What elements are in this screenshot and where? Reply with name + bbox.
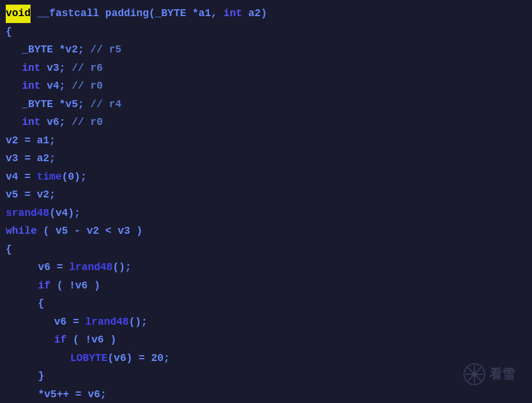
token: v5 = v2;: [6, 186, 55, 204]
code-view: void __fastcall padding(_BYTE *a1, int a…: [0, 0, 532, 403]
token: v4;: [40, 77, 71, 96]
token: {: [6, 241, 12, 259]
code-line: _BYTE *v5; // r4: [0, 96, 532, 114]
token: (v6) = 20;: [108, 349, 170, 368]
code-line: if ( !v6 ): [0, 331, 532, 349]
svg-point-5: [472, 372, 477, 377]
token: ( !v6 ): [51, 277, 100, 295]
code-line: int v4; // r0: [0, 77, 532, 96]
token: (0);: [62, 168, 86, 187]
token: // r5: [90, 41, 121, 59]
token: int: [223, 5, 242, 23]
code-line: v3 = a2;: [0, 150, 532, 168]
token: srand48: [6, 204, 50, 223]
token: ();: [113, 258, 131, 277]
code-line: }: [0, 367, 532, 386]
token: _BYTE *v5;: [22, 96, 90, 114]
token: v3 = a2;: [6, 150, 55, 168]
token: if: [54, 331, 67, 349]
token: v6;: [40, 113, 71, 132]
token: LOBYTE: [70, 349, 108, 368]
code-line: v6 = lrand48();: [0, 258, 532, 277]
code-line: v6 = lrand48();: [0, 313, 532, 332]
token: __fastcall padding(_BYTE *a1,: [31, 5, 223, 23]
code-line: v4 = time(0);: [0, 168, 532, 187]
token: time: [37, 168, 62, 187]
watermark-label: 看雪: [489, 366, 515, 383]
token: void: [6, 5, 31, 23]
code-line: *v5++ = v6;: [0, 386, 532, 404]
token: v4 =: [6, 168, 37, 187]
watermark: 看雪: [463, 363, 515, 386]
code-line: v2 = a1;: [0, 132, 532, 150]
code-line: void __fastcall padding(_BYTE *a1, int a…: [0, 5, 532, 23]
token: ();: [129, 313, 147, 332]
token: int: [22, 59, 40, 78]
token: v6 =: [54, 313, 85, 332]
token: // r4: [90, 96, 121, 114]
token: int: [22, 113, 40, 132]
token: ( v5 - v2 < v3 ): [37, 222, 143, 241]
token: a2): [242, 5, 267, 23]
code-line: {: [0, 295, 532, 313]
code-line: LOBYTE(v6) = 20;: [0, 349, 532, 368]
code-line: _BYTE *v2; // r5: [0, 41, 532, 59]
code-line: while ( v5 - v2 < v3 ): [0, 222, 532, 241]
token: // r0: [71, 113, 102, 132]
token: (v4);: [50, 204, 81, 223]
token: {: [38, 295, 44, 313]
watermark-icon: [463, 363, 486, 386]
code-line: int v3; // r6: [0, 59, 532, 78]
token: *v5++ = v6;: [38, 386, 107, 404]
token: // r6: [71, 59, 102, 78]
code-line: {: [0, 23, 532, 41]
token: _BYTE *v2;: [22, 41, 90, 59]
token: lrand48: [85, 313, 129, 332]
token: int: [22, 77, 40, 96]
code-line: if ( !v6 ): [0, 277, 532, 295]
token: lrand48: [69, 258, 113, 277]
token: {: [6, 23, 12, 41]
token: ( !v6 ): [67, 331, 116, 349]
code-content: void __fastcall padding(_BYTE *a1, int a…: [0, 5, 532, 403]
code-line: int v6; // r0: [0, 113, 532, 132]
token: v3;: [40, 59, 71, 78]
token: while: [6, 222, 37, 241]
code-line: {: [0, 241, 532, 259]
code-line: v5 = v2;: [0, 186, 532, 204]
token: // r0: [71, 77, 102, 96]
token: v6 =: [38, 258, 69, 277]
token: }: [38, 367, 44, 386]
code-line: srand48(v4);: [0, 204, 532, 223]
token: if: [38, 277, 51, 295]
token: v2 = a1;: [6, 132, 55, 150]
